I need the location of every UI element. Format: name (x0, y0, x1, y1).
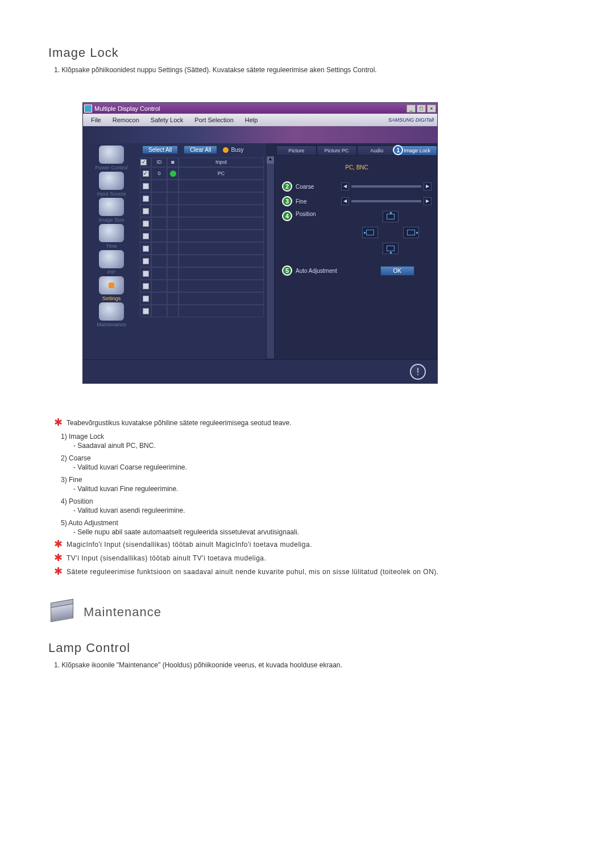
row-check[interactable] (143, 208, 149, 214)
control-fine: 3 Fine ◀ ▶ (276, 194, 437, 209)
position-right-button[interactable] (403, 227, 419, 238)
row-check[interactable] (143, 183, 149, 189)
note-info-grid: Teabevõrgustikus kuvatakse põhiline säte… (54, 418, 566, 428)
tab-picture[interactable]: Picture (276, 146, 317, 156)
slider-track[interactable] (351, 185, 421, 188)
table-row[interactable]: 0 PC (140, 167, 264, 180)
settings-icon (99, 276, 124, 294)
menu-port-selection[interactable]: Port Selection (189, 117, 239, 123)
image-size-icon (99, 198, 124, 216)
row-check[interactable] (143, 283, 149, 289)
position-label: Position (296, 211, 341, 217)
fine-slider[interactable]: ◀ ▶ (341, 198, 432, 205)
scrollbar[interactable]: ▲ (266, 156, 275, 359)
maximize-button[interactable]: □ (417, 105, 426, 113)
row-check[interactable] (143, 258, 149, 264)
main-area: Power Control Input Source Image Size Ti… (83, 143, 437, 359)
row-id: 0 (151, 167, 167, 180)
table-row[interactable] (140, 242, 264, 255)
coarse-label: Coarse (296, 184, 341, 190)
tab-audio[interactable]: Audio (357, 146, 397, 156)
table-row[interactable] (140, 305, 264, 317)
menubar: File Remocon Safety Lock Port Selection … (83, 114, 437, 126)
decorative-gradient (83, 126, 437, 143)
note-5-sub: - Selle nupu abil saate automaatselt reg… (54, 528, 566, 536)
sidebar-item-image-size[interactable]: Image Size (83, 198, 140, 223)
table-row[interactable] (140, 192, 264, 205)
menu-help[interactable]: Help (239, 117, 264, 123)
note-4-head: 4) Position (54, 497, 566, 505)
table-row[interactable] (140, 267, 264, 280)
slider-left-icon[interactable]: ◀ (341, 197, 349, 205)
status-bar: ! (83, 359, 437, 383)
notes: Teabevõrgustikus kuvatakse põhiline säte… (48, 418, 566, 577)
row-check[interactable] (143, 171, 149, 177)
position-up-button[interactable] (383, 211, 399, 222)
note-magicinfo: MagicInfo'i Input (sisendallikas) töötab… (54, 539, 566, 550)
table-row[interactable] (140, 217, 264, 230)
maintenance-box-icon (48, 601, 76, 624)
table-row[interactable] (140, 205, 264, 217)
row-check[interactable] (143, 271, 149, 277)
busy-dot-icon (223, 147, 229, 153)
table-row[interactable] (140, 280, 264, 292)
input-source-icon (99, 172, 124, 190)
sidebar-item-maintenance[interactable]: Maintenance (83, 302, 140, 327)
window-title: Multiple Display Control (94, 105, 160, 112)
maintenance-icon (99, 302, 124, 321)
callout-badge-2: 2 (282, 181, 292, 192)
control-coarse: 2 Coarse ◀ ▶ (276, 179, 437, 194)
table-row[interactable] (140, 255, 264, 267)
row-check[interactable] (143, 221, 149, 227)
row-check[interactable] (143, 233, 149, 239)
menu-file[interactable]: File (85, 117, 107, 123)
tab-image-lock[interactable]: 1 Image Lock (397, 146, 437, 156)
header-id: ID (151, 157, 167, 167)
maintenance-heading: Maintenance (48, 601, 566, 624)
note-3-head: 3) Fine (54, 476, 566, 484)
position-down-button[interactable] (383, 243, 399, 254)
scroll-up-icon[interactable]: ▲ (267, 156, 274, 164)
table-row[interactable] (140, 180, 264, 192)
clear-all-button[interactable]: Clear All (184, 146, 217, 154)
header-check[interactable] (140, 159, 147, 165)
sidebar-item-settings[interactable]: Settings (83, 276, 140, 301)
sidebar-item-pip[interactable]: PIP (83, 250, 140, 275)
slider-track[interactable] (351, 200, 421, 202)
tab-image-lock-label: Image Lock (404, 148, 430, 153)
row-check[interactable] (143, 296, 149, 302)
menu-remocon[interactable]: Remocon (107, 117, 145, 123)
select-all-button[interactable]: Select All (142, 146, 178, 154)
callout-badge-1: 1 (393, 145, 403, 155)
minimize-button[interactable]: _ (406, 105, 416, 113)
tab-picture-pc[interactable]: Picture PC (317, 146, 357, 156)
table-row[interactable] (140, 230, 264, 242)
app-window: Multiple Display Control _ □ × File Remo… (82, 102, 438, 384)
sidebar-item-input-source[interactable]: Input Source (83, 172, 140, 197)
slider-right-icon[interactable]: ▶ (424, 182, 432, 190)
auto-adjustment-label: Auto Adjustment (296, 268, 358, 274)
menu-safety-lock[interactable]: Safety Lock (145, 117, 189, 123)
coarse-slider[interactable]: ◀ ▶ (341, 183, 432, 190)
close-button[interactable]: × (427, 105, 436, 113)
sidebar-label: Time (83, 243, 140, 249)
intro-text-image-lock: 1. Klõpsake põhiikoonidest nuppu Setting… (48, 66, 566, 74)
sidebar-item-time[interactable]: Time (83, 224, 140, 249)
table-row[interactable] (140, 292, 264, 305)
slider-left-icon[interactable]: ◀ (341, 182, 349, 190)
row-check[interactable] (143, 308, 149, 314)
control-auto-adjustment: 5 Auto Adjustment OK (276, 263, 437, 278)
sidebar-label: Maintenance (83, 322, 140, 327)
sidebar-item-power-control[interactable]: Power Control (83, 146, 140, 171)
row-check[interactable] (143, 246, 149, 252)
note-3-sub: - Valitud kuvari Fine reguleerimine. (54, 485, 566, 493)
power-icon (99, 146, 124, 164)
busy-label: Busy (231, 147, 243, 153)
ok-button[interactable]: OK (380, 266, 414, 276)
slider-right-icon[interactable]: ▶ (424, 197, 432, 205)
row-check[interactable] (143, 196, 149, 202)
position-left-button[interactable] (362, 227, 378, 238)
note-5-head: 5) Auto Adjustment (54, 519, 566, 527)
position-dpad (362, 211, 420, 255)
busy-indicator: Busy (223, 147, 243, 153)
